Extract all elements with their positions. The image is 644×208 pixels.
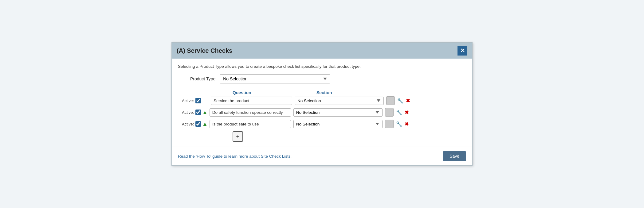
- gray-button-2[interactable]: [385, 108, 394, 117]
- gray-button-3[interactable]: [385, 120, 394, 128]
- product-type-label: Product Type:: [190, 76, 217, 81]
- product-type-row: Product Type: No Selection: [190, 74, 466, 83]
- dialog-title: (A) Service Checks: [177, 47, 232, 54]
- active-checkbox-2[interactable]: [195, 110, 201, 115]
- gray-button-1[interactable]: [386, 96, 395, 105]
- active-checkbox-3[interactable]: [195, 121, 201, 127]
- product-type-select[interactable]: No Selection: [220, 74, 330, 83]
- question-input-3[interactable]: [210, 120, 291, 128]
- service-checks-dialog: (A) Service Checks ✕ Selecting a Product…: [171, 42, 473, 166]
- active-label-2: Active:: [178, 110, 194, 115]
- add-question-button[interactable]: +: [233, 131, 243, 142]
- section-select-1[interactable]: No Selection: [295, 97, 384, 105]
- wrench-icon-3[interactable]: 🔧: [396, 121, 402, 127]
- up-arrow-icon-2[interactable]: ▲: [202, 110, 208, 115]
- table-row: Active: ▲ No Selection 🔧 ✖: [178, 120, 466, 128]
- up-arrow-icon-3[interactable]: ▲: [202, 121, 208, 127]
- description-text: Selecting a Product Type allows you to c…: [178, 64, 466, 69]
- table-row: Active: ▲ No Selection 🔧 ✖: [178, 108, 466, 117]
- delete-icon-3[interactable]: ✖: [405, 121, 409, 127]
- table-header: Question Section: [233, 90, 466, 95]
- table-row: Active: No Selection 🔧 ✖: [178, 96, 466, 105]
- wrench-icon-2[interactable]: 🔧: [396, 110, 402, 115]
- question-column-header: Question: [233, 90, 314, 95]
- save-button[interactable]: Save: [443, 151, 466, 161]
- section-column-header: Section: [316, 90, 406, 95]
- active-checkbox-1[interactable]: [195, 98, 201, 103]
- wrench-icon-1[interactable]: 🔧: [397, 98, 403, 104]
- section-select-2[interactable]: No Selection: [293, 108, 383, 117]
- delete-icon-1[interactable]: ✖: [406, 98, 410, 104]
- delete-icon-2[interactable]: ✖: [405, 110, 409, 115]
- active-label-3: Active:: [178, 122, 194, 126]
- question-input-2[interactable]: [210, 108, 291, 117]
- close-button[interactable]: ✕: [457, 46, 467, 56]
- dialog-header: (A) Service Checks ✕: [172, 43, 472, 59]
- section-select-3[interactable]: No Selection: [293, 120, 383, 128]
- dialog-body: Selecting a Product Type allows you to c…: [172, 59, 472, 147]
- active-label-1: Active:: [178, 98, 194, 103]
- dialog-footer: Read the 'How To' guide to learn more ab…: [172, 147, 472, 165]
- question-input-1[interactable]: [211, 97, 292, 105]
- how-to-link[interactable]: Read the 'How To' guide to learn more ab…: [178, 154, 292, 159]
